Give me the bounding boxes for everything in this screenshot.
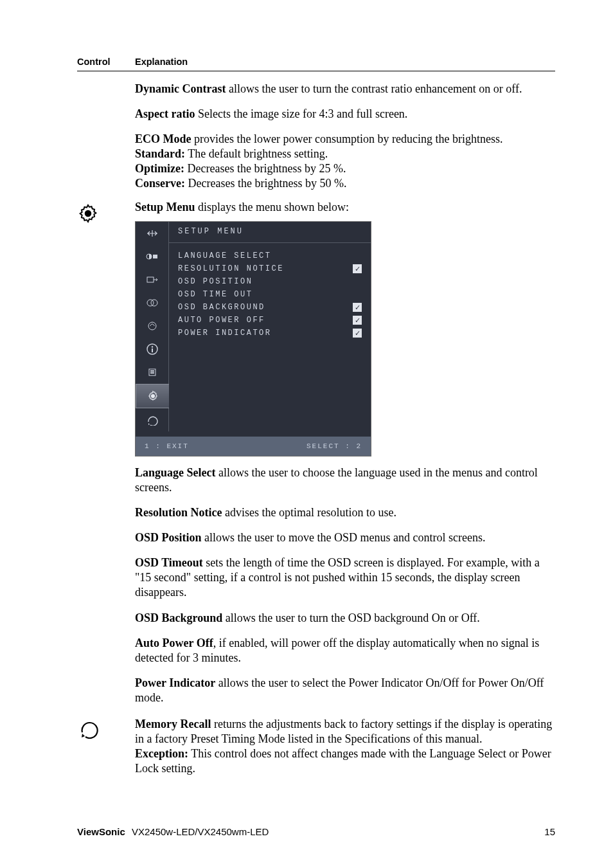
osd-item-label: OSD TIME OUT	[178, 288, 253, 301]
conserve-label: Conserve:	[135, 177, 185, 190]
osd-side-info-icon	[136, 338, 169, 361]
osd-side-color-icon	[136, 291, 169, 314]
osd-row: OSD TIME OUT	[178, 288, 362, 301]
osd-item-label: POWER INDICATOR	[178, 327, 272, 339]
exception-text: This control does not affect changes mad…	[135, 747, 551, 775]
aspect-ratio-label: Aspect ratio	[135, 107, 195, 120]
osd-side-adjust-icon	[136, 222, 169, 245]
footer-model: VX2450w-LED/VX2450wm-LED	[132, 826, 269, 837]
power-indicator-label: Power Indicator	[135, 676, 215, 689]
svg-rect-9	[152, 348, 153, 352]
osd-footer-left: 1 : EXIT	[145, 442, 189, 451]
header-control: Control	[77, 57, 135, 67]
svg-point-8	[151, 347, 152, 348]
explanation-block-memory: Memory Recall returns the adjustments ba…	[135, 717, 555, 776]
osd-screenshot: SETUP MENU LANGUAGE SELECT RESOLUTION NO…	[135, 221, 371, 457]
svg-point-13	[151, 395, 154, 398]
eco-label: ECO Mode	[135, 132, 191, 145]
osd-footer-right: SELECT : 2	[306, 442, 362, 451]
osd-row: AUTO POWER OFF✓	[178, 314, 362, 327]
osd-side-eco-icon	[136, 314, 169, 338]
exception-label: Exception:	[135, 747, 188, 760]
osd-side-manual-icon	[136, 361, 169, 384]
table-header: Control Explanation	[77, 57, 555, 71]
resolution-notice-label: Resolution Notice	[135, 506, 222, 519]
osd-position-text: allows the user to move the OSD menus an…	[202, 531, 486, 544]
gear-icon	[77, 215, 99, 226]
osd-timeout-label: OSD Timeout	[135, 556, 203, 569]
osd-footer: 1 : EXIT SELECT : 2	[136, 431, 371, 456]
osd-position-label: OSD Position	[135, 531, 202, 544]
icon-cell-recall	[77, 717, 135, 776]
auto-power-off-label: Auto Power Off	[135, 637, 213, 649]
page-number: 15	[544, 826, 555, 837]
dynamic-contrast-label: Dynamic Contrast	[135, 82, 226, 95]
osd-row: RESOLUTION NOTICE✓	[178, 262, 362, 275]
footer-brand: ViewSonic	[77, 826, 125, 837]
icon-cell-empty	[77, 82, 135, 191]
osd-row: OSD POSITION	[178, 275, 362, 288]
svg-point-0	[85, 211, 91, 217]
osd-background-text: allows the user to turn the OSD backgrou…	[222, 611, 480, 624]
icon-cell-gear	[77, 200, 135, 715]
osd-title: SETUP MENU	[169, 222, 371, 242]
memory-recall-label: Memory Recall	[135, 718, 211, 730]
page-footer: ViewSonic VX2450w-LED/VX2450wm-LED 15	[77, 826, 555, 837]
osd-side-contrast-icon	[136, 245, 169, 268]
svg-point-6	[148, 322, 156, 330]
conserve-text: Decreases the brightness by 50 %.	[185, 177, 346, 190]
osd-checkbox-icon: ✓	[353, 303, 362, 312]
osd-row: POWER INDICATOR✓	[178, 327, 362, 339]
recall-icon	[77, 730, 99, 741]
osd-item-label: RESOLUTION NOTICE	[178, 262, 284, 275]
optimize-text: Decreases the brightness by 25 %.	[184, 162, 346, 175]
osd-checkbox-icon: ✓	[353, 316, 362, 325]
osd-item-label: AUTO POWER OFF	[178, 314, 265, 327]
eco-text: provides the lower power consumption by …	[191, 132, 503, 145]
osd-row: OSD BACKGROUND✓	[178, 301, 362, 314]
language-select-label: Language Select	[135, 466, 216, 479]
svg-rect-3	[147, 277, 154, 282]
dynamic-contrast-text: allows the user to turn the contrast rat…	[226, 82, 522, 95]
explanation-block-setup: Setup Menu displays the menu shown below…	[135, 200, 555, 715]
header-explanation: Explanation	[135, 57, 555, 67]
svg-rect-11	[150, 370, 154, 372]
explanation-block-misc: Dynamic Contrast allows the user to turn…	[135, 82, 555, 191]
setup-menu-intro-text: displays the menu shown below:	[195, 201, 349, 213]
osd-background-label: OSD Background	[135, 611, 222, 624]
osd-checkbox-icon: ✓	[353, 329, 362, 338]
svg-rect-12	[150, 372, 154, 374]
resolution-notice-text: advises the optimal resolution to use.	[222, 506, 396, 519]
aspect-ratio-text: Selects the image size for 4:3 and full …	[195, 107, 407, 120]
setup-menu-label: Setup Menu	[135, 201, 195, 213]
osd-item-label: LANGUAGE SELECT	[178, 249, 272, 262]
standard-text: The default brightness setting.	[185, 147, 328, 160]
osd-checkbox-icon: ✓	[353, 264, 362, 273]
svg-point-4	[147, 300, 154, 306]
osd-item-label: OSD BACKGROUND	[178, 301, 265, 314]
optimize-label: Optimize:	[135, 162, 184, 175]
osd-side-setup-icon	[136, 384, 169, 408]
standard-label: Standard:	[135, 147, 185, 160]
osd-side-input-icon	[136, 268, 169, 291]
svg-rect-2	[153, 255, 157, 258]
svg-point-5	[151, 300, 157, 306]
osd-row: LANGUAGE SELECT	[178, 249, 362, 262]
osd-side-recall-icon	[136, 408, 169, 431]
osd-item-label: OSD POSITION	[178, 275, 253, 288]
osd-sidebar	[136, 222, 169, 431]
